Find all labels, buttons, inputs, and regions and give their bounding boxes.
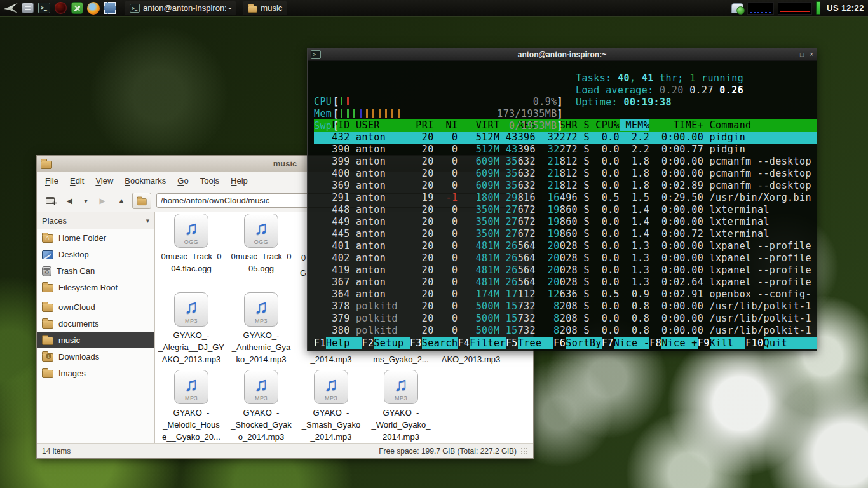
- process-row[interactable]: 449 anton 20 0 350M 27672 19860 S 0.0 1.…: [314, 216, 817, 228]
- file-item[interactable]: ♫MP3GYAKO_-_Smash_Gyako_2014.mp3: [296, 370, 366, 443]
- sidebar-item-downloads[interactable]: Downloads: [37, 348, 154, 365]
- swp-meter: Swp[0/1953MB]: [314, 119, 563, 132]
- folder-icon: [42, 320, 53, 329]
- web-browser-launcher[interactable]: [53, 1, 68, 16]
- fkey-label-filter[interactable]: Filter: [470, 337, 506, 349]
- taskbar-panel: >_ >_ anton@anton-inspiron:~ music US 12…: [0, 0, 868, 17]
- keyboard-layout-indicator[interactable]: US: [827, 3, 839, 13]
- process-row[interactable]: 445 anton 20 0 350M 27672 19860 S 0.0 1.…: [314, 228, 817, 240]
- fkey-label-kill[interactable]: Kill: [710, 337, 746, 349]
- menu-bookmarks[interactable]: Bookmarks: [119, 173, 172, 188]
- process-row[interactable]: 369 anton 20 0 609M 35632 21812 S 0.0 1.…: [314, 180, 817, 192]
- process-row[interactable]: 402 anton 20 0 481M 26564 20028 S 0.0 1.…: [314, 252, 817, 264]
- status-bar: 14 items Free space: 199.7 GiB (Total: 2…: [37, 443, 533, 458]
- process-row[interactable]: 448 anton 20 0 350M 27672 19860 S 0.0 1.…: [314, 204, 817, 216]
- file-item[interactable]: ♫MP3GYAKO_-_Alegria__DJ_GYAKO_2013.mp3: [156, 292, 226, 365]
- fkey-f3[interactable]: F3: [410, 337, 422, 349]
- back-arrow-icon: ◀: [66, 196, 72, 205]
- file-item[interactable]: ♫MP3GYAKO_-_Anthemic_Gyako_2014.mp3: [226, 292, 296, 365]
- minimize-button[interactable]: ‒: [791, 48, 795, 61]
- fkey-f8[interactable]: F8: [649, 337, 661, 349]
- up-button[interactable]: ▲: [113, 193, 130, 208]
- fkey-f4[interactable]: F4: [458, 337, 470, 349]
- home-button[interactable]: [132, 193, 151, 209]
- fkey-f7[interactable]: F7: [602, 337, 614, 349]
- menu-tools[interactable]: Tools: [194, 173, 225, 188]
- file-item[interactable]: ♫MP3GYAKO_-_World_Gyako_2014.mp3: [366, 370, 436, 443]
- file-manager-launcher[interactable]: [20, 1, 35, 16]
- process-row[interactable]: 378 polkitd 20 0 500M 15732 8208 S 0.0 0…: [314, 301, 817, 313]
- downloads-folder-icon: [42, 353, 53, 362]
- fkey-f9[interactable]: F9: [698, 337, 710, 349]
- menu-file[interactable]: File: [39, 173, 64, 188]
- process-row[interactable]: 401 anton 20 0 481M 26564 20028 S 0.0 1.…: [314, 240, 817, 252]
- messenger-tray-icon[interactable]: [731, 3, 743, 13]
- menu-view[interactable]: View: [90, 173, 119, 188]
- process-row[interactable]: 380 polkitd 20 0 500M 15732 8208 S 0.0 0…: [314, 325, 817, 337]
- back-button[interactable]: ◀: [61, 193, 78, 208]
- places-selector[interactable]: Places ▾: [37, 212, 154, 229]
- file-item[interactable]: ♫MP3GYAKO_-_Melodic_House__Gyako_20...: [156, 370, 226, 443]
- sidebar-item-desktop[interactable]: Desktop: [37, 246, 154, 262]
- sidebar-item-trash-can[interactable]: Trash Can: [37, 262, 154, 279]
- music-file-icon: ♫MP3: [174, 292, 208, 327]
- fkey-label-tree[interactable]: Tree: [518, 337, 554, 349]
- menu-edit[interactable]: Edit: [64, 173, 90, 188]
- file-type-badge: MP3: [315, 395, 348, 402]
- sidebar-item-documents[interactable]: documents: [37, 315, 154, 332]
- sidebar-item-images[interactable]: Images: [37, 365, 154, 381]
- process-row[interactable]: 419 anton 20 0 481M 26564 20028 S 0.0 1.…: [314, 264, 817, 276]
- file-name-fragment: 0: [301, 252, 306, 264]
- fkey-label-setup[interactable]: Setup: [374, 337, 410, 349]
- file-item[interactable]: ♫MP3GYAKO_-_Shocked_Gyako_2014.mp3: [226, 370, 296, 443]
- fkey-f5[interactable]: F5: [506, 337, 518, 349]
- network-monitor-applet[interactable]: [747, 2, 774, 15]
- fkey-label-nice[interactable]: Nice +: [661, 337, 698, 349]
- new-tab-button[interactable]: [42, 193, 58, 208]
- forward-button[interactable]: ▶: [94, 193, 111, 208]
- preferences-launcher[interactable]: [69, 1, 85, 16]
- terminal-launcher[interactable]: >_: [36, 1, 51, 16]
- music-file-icon: ♫MP3: [314, 370, 348, 404]
- resize-grip[interactable]: [520, 447, 528, 455]
- fkey-f10[interactable]: F10: [745, 337, 763, 349]
- volume-indicator[interactable]: [816, 1, 820, 15]
- sidebar-item-music[interactable]: music: [37, 332, 154, 348]
- clock[interactable]: 12:22: [841, 3, 864, 13]
- fkey-label-quit[interactable]: Quit: [764, 337, 817, 349]
- free-space-label: Free space: 199.7 GiB (Total: 227.2 GiB): [379, 447, 517, 456]
- chevron-down-icon: ▾: [146, 217, 149, 225]
- terminal-titlebar[interactable]: >_ anton@anton-inspiron:~ ‒ □ ×: [308, 48, 817, 61]
- taskbar-item-music[interactable]: music: [243, 1, 287, 15]
- home-folder-icon: [137, 198, 146, 205]
- process-row[interactable]: 400 anton 20 0 609M 35632 21812 S 0.0 1.…: [314, 168, 817, 180]
- menu-help[interactable]: Help: [225, 173, 254, 188]
- fkey-f2[interactable]: F2: [362, 337, 374, 349]
- htop-summary: Tasks: 40, 41 thr; 1 runningLoad average…: [576, 72, 743, 109]
- fkey-label-sortby[interactable]: SortBy: [566, 337, 602, 349]
- close-button[interactable]: ×: [810, 48, 813, 61]
- process-row[interactable]: 291 anton 19 -1 180M 29816 16496 S 0.5 1…: [314, 192, 817, 204]
- file-item[interactable]: ♫OGG0music_Track_005.ogg: [226, 214, 296, 274]
- history-dropdown-button[interactable]: ▾: [80, 193, 92, 208]
- taskbar-item-terminal[interactable]: >_ anton@anton-inspiron:~: [125, 1, 236, 15]
- image-viewer-launcher[interactable]: [102, 1, 118, 16]
- file-item[interactable]: ♫OGG0music_Track_004.flac.ogg: [156, 214, 226, 274]
- process-row[interactable]: 364 anton 20 0 174M 17112 12636 S 0.5 0.…: [314, 288, 817, 301]
- process-row[interactable]: 379 polkitd 20 0 500M 15732 8208 S 0.0 0…: [314, 313, 817, 325]
- sidebar-item-owncloud[interactable]: ownCloud: [37, 299, 154, 315]
- menu-go[interactable]: Go: [172, 173, 194, 188]
- fkey-f6[interactable]: F6: [553, 337, 566, 349]
- fkey-label-search[interactable]: Search: [422, 337, 458, 349]
- maximize-button[interactable]: □: [800, 48, 804, 61]
- app-menu-button[interactable]: [3, 1, 18, 16]
- fkey-label-help[interactable]: Help: [326, 337, 362, 349]
- cpu-monitor-applet[interactable]: [778, 2, 812, 15]
- sidebar-item-home-folder[interactable]: Home Folder: [37, 229, 154, 246]
- fkey-f1[interactable]: F1: [314, 337, 326, 349]
- sidebar-item-filesystem-root[interactable]: Filesystem Root: [37, 279, 154, 295]
- process-row[interactable]: 367 anton 20 0 481M 26564 20028 S 0.0 1.…: [314, 276, 817, 288]
- taskbar-item-label: anton@anton-inspiron:~: [143, 3, 231, 13]
- fkey-label-nice[interactable]: Nice -: [614, 337, 650, 349]
- firefox-launcher[interactable]: [86, 1, 101, 16]
